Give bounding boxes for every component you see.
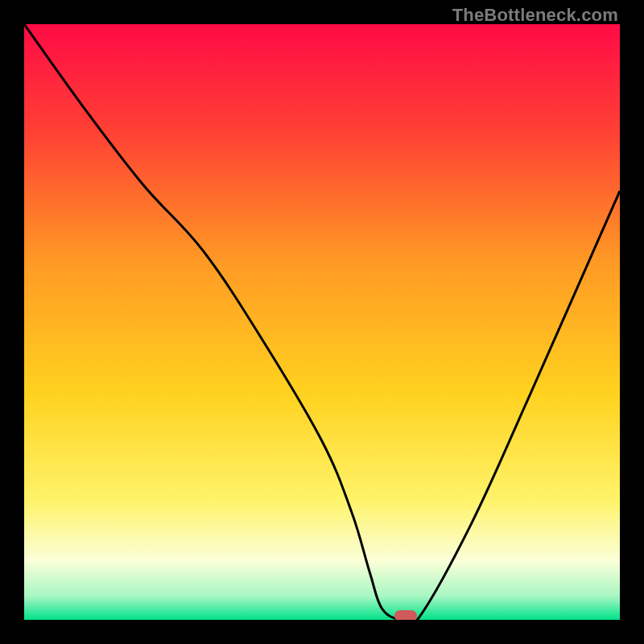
- chart-frame: TheBottleneck.com: [0, 0, 644, 644]
- chart-svg: [24, 24, 620, 620]
- chart-background-gradient: [24, 24, 620, 620]
- chart-plot-area: [24, 24, 620, 620]
- optimal-marker: [394, 610, 417, 620]
- watermark-text: TheBottleneck.com: [452, 5, 618, 26]
